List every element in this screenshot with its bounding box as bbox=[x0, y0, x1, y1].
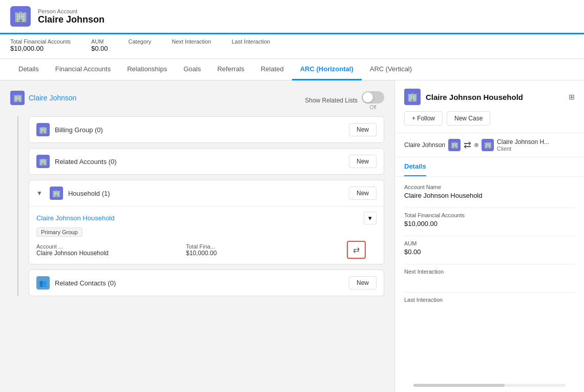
detail-label-total-financial: Total Financial Accounts bbox=[404, 212, 575, 218]
meta-label-3: Next Interaction bbox=[172, 38, 211, 45]
household-fields: Account ... Claire Johnson Household Tot… bbox=[36, 241, 377, 259]
household-title: Household (1) bbox=[68, 190, 344, 197]
follow-button[interactable]: + Follow bbox=[404, 111, 443, 126]
account-value: Claire Johnson Household bbox=[36, 250, 181, 257]
total-label: Total Fina... bbox=[186, 243, 330, 250]
right-tab-details[interactable]: Details bbox=[404, 157, 426, 176]
right-panel-icon: 🏢 bbox=[404, 89, 421, 105]
account-field: Account ... Claire Johnson Household bbox=[36, 243, 181, 257]
meta-total-financial: Total Financial Accounts $10,000.00 bbox=[10, 38, 71, 52]
related-accounts-new-button[interactable]: New bbox=[349, 155, 377, 168]
billing-group-title: Billing Group (0) bbox=[55, 126, 344, 134]
detail-value-aum: $0.00 bbox=[404, 248, 575, 256]
household-dropdown-button[interactable]: ▾ bbox=[364, 212, 377, 224]
detail-last-interaction: Last Interaction bbox=[404, 297, 575, 312]
person-node: 🏢 Claire Johnson bbox=[10, 91, 76, 105]
related-contacts-new-button[interactable]: New bbox=[349, 276, 377, 290]
billing-group-new-button[interactable]: New bbox=[349, 123, 377, 136]
page-header: 🏢 Person Account Claire Johnson bbox=[0, 0, 584, 34]
household-item-header: Claire Johnson Household ▾ bbox=[36, 212, 377, 224]
household-new-button[interactable]: New bbox=[349, 187, 377, 200]
rel-right-icon: 🏢 bbox=[482, 139, 494, 151]
scrollbar-area bbox=[395, 378, 584, 392]
meta-value-3 bbox=[172, 45, 211, 52]
related-contacts-title: Related Contacts (0) bbox=[55, 279, 344, 287]
tab-goals[interactable]: Goals bbox=[175, 59, 209, 80]
related-accounts-icon: 🏢 bbox=[36, 155, 50, 168]
divider-3 bbox=[404, 264, 575, 264]
scrollbar-track bbox=[413, 384, 566, 387]
toggle-knob bbox=[363, 92, 373, 102]
account-label: Account ... bbox=[36, 243, 181, 250]
detail-label-aum: AUM bbox=[404, 240, 575, 246]
header-icon: 🏢 bbox=[10, 6, 31, 27]
detail-account-name: Account Name Claire Johnson Household bbox=[404, 184, 575, 199]
billing-group-icon: 🏢 bbox=[36, 123, 50, 136]
related-contacts-icon: 👥 bbox=[36, 276, 50, 290]
related-contacts-card: 👥 Related Contacts (0) New bbox=[29, 270, 384, 296]
new-case-button[interactable]: New Case bbox=[447, 111, 490, 126]
detail-value-last-interaction bbox=[404, 304, 575, 312]
detail-total-financial: Total Financial Accounts $10,000.00 bbox=[404, 212, 575, 228]
header-sub: Person Account bbox=[38, 8, 105, 14]
total-value: $10,000.00 bbox=[186, 250, 330, 257]
meta-row: Total Financial Accounts $10,000.00 AUM … bbox=[0, 34, 584, 59]
meta-aum: AUM $0.00 bbox=[91, 38, 108, 52]
household-header: ▼ 🏢 Household (1) New bbox=[29, 180, 384, 206]
rel-arrows-icon: ⇄ bbox=[464, 139, 471, 151]
meta-value-2 bbox=[129, 45, 152, 52]
main-content: 🏢 Claire Johnson Show Related Lists Off … bbox=[0, 80, 584, 392]
meta-label-4: Last Interaction bbox=[232, 38, 270, 45]
tab-details[interactable]: Details bbox=[10, 59, 47, 80]
tab-relationships[interactable]: Relationships bbox=[119, 59, 175, 80]
tab-related[interactable]: Related bbox=[253, 59, 292, 80]
right-panel-title: Claire Johnson Household bbox=[426, 93, 564, 101]
tab-arc-vertical[interactable]: ARC (Vertical) bbox=[362, 59, 420, 80]
tab-financial-accounts[interactable]: Financial Accounts bbox=[47, 59, 119, 80]
right-title-row: 🏢 Claire Johnson Household ⊞ bbox=[404, 89, 575, 105]
household-chevron-icon[interactable]: ▼ bbox=[36, 190, 43, 197]
right-actions: + Follow New Case bbox=[404, 111, 575, 126]
divider-4 bbox=[404, 292, 575, 293]
meta-category: Category bbox=[129, 38, 152, 52]
total-field: Total Fina... $10,000.00 bbox=[186, 243, 330, 257]
household-icon: 🏢 bbox=[50, 187, 63, 200]
tab-arc-horizontal[interactable]: ARC (Horizontal) bbox=[292, 59, 362, 80]
detail-value-account-name: Claire Johnson Household bbox=[404, 192, 575, 199]
household-card: ▼ 🏢 Household (1) New Claire Johnson Hou… bbox=[29, 180, 384, 264]
right-panel: 🏢 Claire Johnson Household ⊞ + Follow Ne… bbox=[394, 80, 584, 392]
billing-group-header: 🏢 Billing Group (0) New bbox=[29, 117, 384, 142]
related-accounts-title: Related Accounts (0) bbox=[55, 158, 344, 166]
rel-right-sub: Client bbox=[497, 146, 549, 152]
right-details-tabs: Details bbox=[395, 157, 584, 177]
scrollbar-thumb bbox=[413, 384, 505, 387]
billing-group-card: 🏢 Billing Group (0) New bbox=[29, 116, 384, 143]
person-name-link[interactable]: Claire Johnson bbox=[29, 94, 76, 102]
right-header: 🏢 Claire Johnson Household ⊞ + Follow Ne… bbox=[395, 80, 584, 133]
arc-btn-container: ⇄ bbox=[336, 241, 377, 259]
detail-label-account-name: Account Name bbox=[404, 184, 575, 190]
meta-label-0: Total Financial Accounts bbox=[10, 38, 71, 45]
household-link[interactable]: Claire Johnson Household bbox=[36, 214, 114, 222]
header-title: Claire Johnson bbox=[38, 14, 105, 25]
divider-2 bbox=[404, 236, 575, 236]
show-related-toggle[interactable] bbox=[362, 91, 384, 104]
tab-referrals[interactable]: Referrals bbox=[209, 59, 253, 80]
meta-label-2: Category bbox=[129, 38, 152, 45]
details-body: Account Name Claire Johnson Household To… bbox=[395, 177, 584, 327]
show-related-toggle-row: Show Related Lists Off bbox=[305, 91, 384, 110]
arc-network-button[interactable]: ⇄ bbox=[347, 241, 366, 259]
primary-group-badge: Primary Group bbox=[36, 228, 82, 237]
meta-label-1: AUM bbox=[91, 38, 108, 45]
detail-value-next-interaction bbox=[404, 276, 575, 284]
tree-container: 🏢 Billing Group (0) New 🏢 Related Accoun… bbox=[17, 116, 384, 296]
meta-value-4 bbox=[232, 45, 270, 52]
detail-value-total-financial: $10,000.00 bbox=[404, 220, 575, 228]
header-text: Person Account Claire Johnson bbox=[38, 8, 105, 25]
related-contacts-header: 👥 Related Contacts (0) New bbox=[29, 270, 384, 296]
household-item: Claire Johnson Household ▾ Primary Group… bbox=[29, 206, 384, 264]
external-link-icon[interactable]: ⊞ bbox=[569, 93, 575, 101]
related-accounts-card: 🏢 Related Accounts (0) New bbox=[29, 148, 384, 175]
person-icon: 🏢 bbox=[10, 91, 25, 105]
relationship-row: Claire Johnson 🏢 ⇄ 🏢 Claire Johnson H...… bbox=[395, 133, 584, 157]
